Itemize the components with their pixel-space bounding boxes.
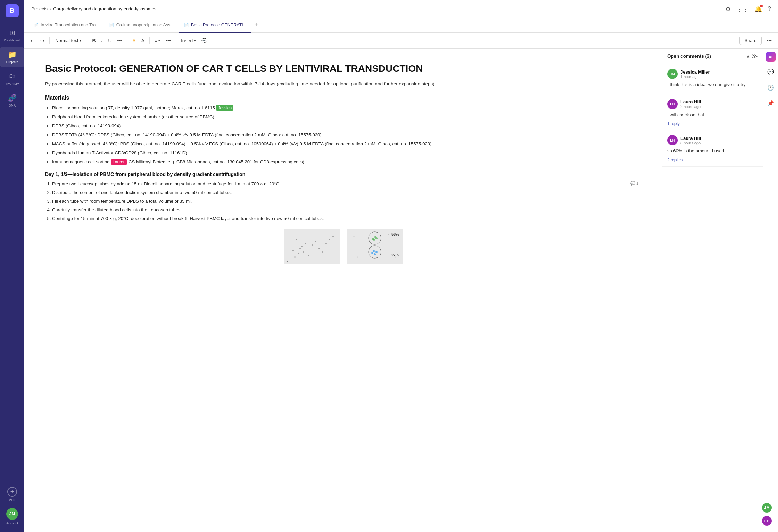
comment-thread-2: LH Laura Hill 2 hours ago I will check o…	[662, 94, 763, 130]
highlight-button[interactable]: A	[130, 36, 138, 45]
tabs-bar: 📄 In vitro Transcription and Tra... 📄 Co…	[24, 18, 778, 33]
comments-body: JM Jessica Miller 1 hour ago I think thi…	[662, 64, 763, 532]
svg-point-5	[305, 243, 306, 244]
format-label: Normal text	[55, 38, 78, 43]
more-toolbar-button[interactable]: •••	[764, 36, 774, 45]
list-item: MACS buffer (degassed, 4°-8°C): PBS (Gib…	[52, 141, 641, 147]
comment-time-1: 1 hour ago	[680, 75, 710, 79]
breadcrumb-current: Cargo delivery and degradation by endo-l…	[53, 6, 156, 11]
day1-heading: Day 1, 1/3—Isolation of PBMC from periph…	[45, 171, 641, 177]
list-item: Dynabeads Human T-Activator CD3/CD28 (Gi…	[52, 150, 641, 157]
list-item: Peripheral blood from leukoreduction sys…	[52, 113, 641, 120]
tab-label-1: In vitro Transcription and Tra...	[41, 23, 99, 27]
comment-author-2: Laura Hill	[680, 99, 701, 104]
comment-time-3: 8 hours ago	[680, 141, 701, 145]
undo-button[interactable]: ↩	[28, 36, 37, 45]
sidebar-add-button[interactable]: + Add	[5, 483, 19, 505]
tab-3[interactable]: 📄 Basic Protocol: GENERATI...	[179, 18, 251, 33]
comment-button[interactable]: 💬	[199, 36, 209, 45]
comments-expand-icon[interactable]: ≫	[752, 53, 758, 59]
ai-button[interactable]: AI	[766, 52, 776, 62]
text-color-button[interactable]: A	[139, 36, 147, 45]
doc-title: Basic Protocol: GENERATION OF CAR T CELL…	[45, 62, 641, 75]
svg-point-28	[373, 250, 375, 252]
share-button[interactable]: Share	[739, 36, 762, 45]
bold-button[interactable]: B	[90, 36, 98, 45]
comment-avatar-jm: JM	[667, 69, 678, 79]
redo-button[interactable]: ↪	[38, 36, 47, 45]
day1-section: Day 1, 1/3—Isolation of PBMC from periph…	[45, 171, 641, 222]
dna-icon: 🧬	[8, 94, 17, 102]
tab-doc-icon-3: 📄	[184, 23, 189, 27]
insert-button[interactable]: Insert ▾	[179, 36, 198, 45]
comment-meta-2: LH Laura Hill 2 hours ago	[667, 99, 758, 109]
format-select[interactable]: Normal text ▾	[52, 36, 84, 44]
sidebar-item-projects[interactable]: 📁 Projects	[0, 47, 24, 67]
history-icon[interactable]: 🕐	[765, 82, 776, 93]
more-options-button[interactable]: •••	[164, 36, 173, 45]
comment-indicator-1[interactable]: 💬 1	[630, 180, 638, 186]
projects-icon: 📁	[8, 50, 17, 59]
settings-icon[interactable]: ⚙	[725, 5, 731, 13]
comment-avatar-lh-1: LH	[667, 99, 678, 109]
svg-point-8	[303, 251, 304, 253]
pin-icon[interactable]: 📌	[765, 98, 776, 109]
svg-point-16	[332, 236, 334, 237]
comment-meta-3: LH Laura Hill 8 hours ago	[667, 135, 758, 145]
bottom-avatar-lh[interactable]: LH	[761, 515, 772, 526]
align-button[interactable]: ≡ ▾	[152, 36, 162, 45]
tab-add-button[interactable]: +	[251, 18, 262, 33]
breadcrumb: Projects › Cargo delivery and degradatio…	[31, 6, 156, 11]
sidebar-item-inventory[interactable]: 🗂 Inventory	[0, 69, 24, 89]
italic-button[interactable]: I	[99, 36, 105, 45]
chat-icon[interactable]: 💬	[765, 67, 776, 77]
toolbar-divider-4	[149, 37, 150, 44]
tab-label-2: Co-immunoprecipitation Ass...	[116, 23, 174, 27]
tab-doc-icon-2: 📄	[109, 23, 114, 27]
insert-label: Insert	[181, 38, 193, 43]
comments-header: Open comments (3) ∧ ≫	[662, 49, 763, 64]
svg-point-7	[299, 248, 301, 249]
account-label: Account	[6, 521, 18, 525]
underline-button[interactable]: U	[106, 36, 114, 45]
svg-point-10	[312, 244, 313, 246]
lauren-tag: Lauren	[111, 159, 127, 165]
tab-2[interactable]: 📄 Co-immunoprecipitation Ass...	[104, 18, 179, 33]
list-item: Prepare two Leucosep tubes by adding 15 …	[52, 180, 641, 187]
list-item: Biocoll separating solution (RT, density…	[52, 104, 641, 111]
breadcrumb-separator: ›	[50, 6, 51, 11]
topnav: Projects › Cargo delivery and degradatio…	[24, 0, 778, 18]
comments-panel: Open comments (3) ∧ ≫ JM Jessica Miller …	[662, 49, 763, 532]
doc-intro: By processing this protocol, the user wi…	[45, 80, 641, 88]
svg-point-23	[373, 239, 375, 241]
add-label: Add	[9, 498, 15, 502]
tab-doc-icon-1: 📄	[33, 23, 39, 27]
comment-replies-3[interactable]: 2 replies	[667, 158, 683, 162]
notification-icon[interactable]: 🔔	[754, 5, 762, 13]
jessica-tag: Jessica	[216, 105, 233, 111]
sidebar-account[interactable]: JM Account	[6, 508, 18, 525]
breadcrumb-root[interactable]: Projects	[31, 6, 48, 11]
figure-box-a: A	[284, 229, 340, 264]
app-logo[interactable]: B	[6, 4, 19, 17]
sidebar-item-dashboard[interactable]: ⊞ Dashboard	[0, 25, 24, 45]
bottom-avatar-jm[interactable]: JM	[761, 502, 772, 513]
comment-thread-1: JM Jessica Miller 1 hour ago I think thi…	[662, 64, 763, 94]
insert-chevron-icon: ▾	[194, 39, 196, 42]
tab-label-3: Basic Protocol: GENERATI...	[191, 23, 247, 27]
comment-text-2: I will check on that	[667, 111, 758, 118]
svg-point-32	[388, 234, 389, 235]
tab-1[interactable]: 📄 In vitro Transcription and Tra...	[28, 18, 104, 33]
sidebar-label-inventory: Inventory	[5, 82, 19, 85]
materials-list: Biocoll separating solution (RT, density…	[45, 104, 641, 166]
help-icon[interactable]: ?	[768, 5, 771, 12]
grid-icon[interactable]: ⋮⋮	[736, 5, 749, 13]
sidebar-label-projects: Projects	[6, 60, 18, 64]
comment-replies-2[interactable]: 1 reply	[667, 121, 680, 126]
more-format-button[interactable]: •••	[115, 36, 125, 45]
svg-point-14	[325, 243, 327, 244]
toolbar-divider-2	[87, 37, 87, 44]
svg-text:A: A	[286, 260, 288, 263]
sidebar-item-dna[interactable]: 🧬 DNA	[0, 90, 24, 111]
comments-collapse-icon[interactable]: ∧	[746, 53, 750, 59]
